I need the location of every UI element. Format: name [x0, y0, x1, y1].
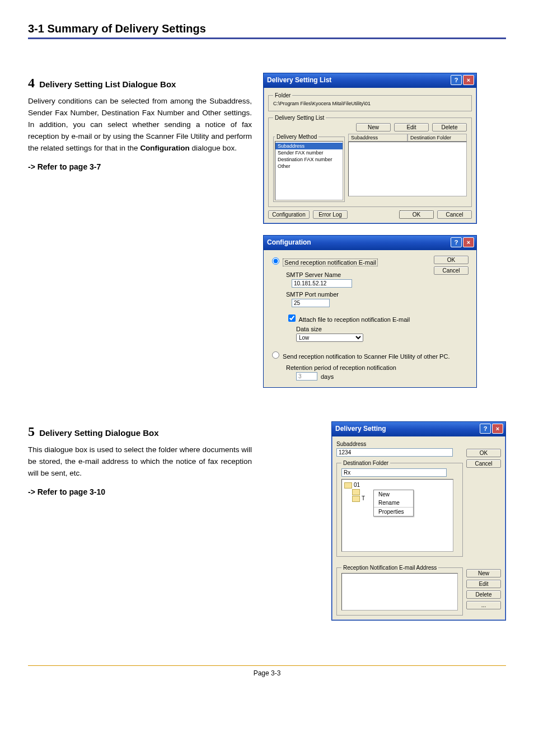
dialog1-title: Delivery Setting List — [267, 76, 331, 84]
smtp-server-input[interactable] — [292, 279, 352, 288]
retention-input — [296, 372, 317, 381]
delivery-setting-dialog: Delivery Setting ? × Subaddress Destinat… — [331, 421, 506, 621]
retention-unit: days — [321, 373, 334, 380]
new-button[interactable]: New — [356, 123, 391, 132]
section4-paragraph: Delivery conditions can be selected from… — [28, 96, 252, 154]
section5-reference: -> Refer to page 3-10 — [28, 486, 252, 499]
delivery-method-list[interactable]: Subaddress Sender FAX number Destination… — [275, 141, 343, 200]
section4-number: 4 — [28, 76, 35, 90]
ctx-new[interactable]: New — [374, 490, 413, 499]
close-icon[interactable]: × — [463, 237, 474, 247]
destination-folder-input[interactable] — [341, 468, 447, 477]
dialog3-title: Delivery Setting — [335, 425, 386, 433]
data-size-label: Data size — [296, 326, 434, 332]
delivery-grid[interactable] — [348, 142, 467, 196]
ctx-rename[interactable]: Rename — [374, 499, 413, 507]
delivery-list-legend: Delivery Setting List — [273, 115, 326, 121]
folder-tree[interactable]: 01 T New Rename Properties — [341, 479, 453, 552]
delete-button[interactable]: Delete — [466, 590, 501, 599]
context-menu[interactable]: New Rename Properties — [373, 490, 414, 516]
configuration-dialog: Configuration ? × Send reception notific… — [263, 235, 477, 388]
dialog2-title: Configuration — [267, 238, 311, 246]
close-icon[interactable]: × — [492, 424, 503, 434]
page-footer: Page 3-3 — [28, 665, 506, 677]
ctx-properties[interactable]: Properties — [374, 507, 413, 516]
folder-icon — [352, 496, 360, 502]
section5-title: Delivery Setting Dialogue Box — [39, 428, 158, 438]
smtp-server-label: SMTP Server Name — [286, 271, 434, 278]
tree-item[interactable]: 01 — [344, 482, 451, 489]
section5-paragraph: This dialogue box is used to select the … — [28, 444, 252, 480]
smtp-port-input[interactable] — [292, 299, 330, 307]
delivery-method-fieldset: Delivery Method Subaddress Sender FAX nu… — [273, 134, 345, 202]
folder-icon — [344, 482, 352, 489]
email-address-fieldset: Reception Notification E-mail Address — [336, 565, 463, 616]
destination-folder-legend: Destination Folder — [341, 460, 390, 466]
section4-heading: 4 Delivery Setting List Dialogue Box — [28, 73, 252, 93]
ok-button[interactable]: OK — [399, 210, 434, 219]
delete-button[interactable]: Delete — [432, 123, 467, 132]
radio-email[interactable]: Send reception notification E-mail — [269, 259, 378, 266]
email-address-legend: Reception Notification E-mail Address — [341, 565, 438, 571]
section5-heading: 5 Delivery Setting Dialogue Box — [28, 421, 252, 442]
edit-button[interactable]: Edit — [466, 580, 501, 588]
subaddress-label: Subaddress — [336, 441, 463, 447]
list-item[interactable]: Subaddress — [275, 143, 343, 149]
folder-path: C:\Program Files\Kyocera Mita\FileUtilit… — [273, 101, 467, 106]
radio-email-input[interactable] — [272, 257, 279, 265]
list-item[interactable]: Other — [275, 163, 343, 170]
email-listbox[interactable] — [341, 573, 458, 611]
section-4: 4 Delivery Setting List Dialogue Box Del… — [28, 73, 506, 399]
section4-reference: -> Refer to page 3-7 — [28, 161, 252, 173]
data-size-select[interactable]: Low — [296, 334, 363, 342]
radio-sfu[interactable]: Send reception notification to Scanner F… — [269, 353, 449, 360]
edit-button[interactable]: Edit — [394, 123, 429, 132]
attach-checkbox-label[interactable]: Attach file to reception notification E-… — [286, 316, 410, 323]
subaddress-input[interactable] — [336, 448, 453, 457]
destination-folder-fieldset: Destination Folder 01 T New Rename Prope… — [336, 460, 463, 557]
cancel-button[interactable]: Cancel — [466, 459, 501, 468]
page-title: 3-1 Summary of Delivery Settings — [28, 22, 506, 39]
ok-button[interactable]: OK — [466, 449, 501, 457]
retention-label: Retention period of reception notificati… — [286, 364, 471, 371]
help-icon[interactable]: ? — [480, 424, 491, 434]
delivery-list-fieldset: Delivery Setting List New Edit Delete De… — [268, 115, 472, 207]
close-icon[interactable]: × — [463, 75, 474, 85]
section4-title: Delivery Setting List Dialogue Box — [39, 79, 176, 89]
help-icon[interactable]: ? — [451, 75, 462, 85]
section5-number: 5 — [28, 424, 35, 439]
radio-sfu-input[interactable] — [272, 351, 279, 359]
folder-fieldset: Folder C:\Program Files\Kyocera Mita\Fil… — [268, 92, 472, 111]
delivery-method-legend: Delivery Method — [275, 134, 318, 140]
section-5: 5 Delivery Setting Dialogue Box This dia… — [28, 421, 506, 632]
cancel-button[interactable]: Cancel — [434, 266, 469, 275]
attach-checkbox[interactable] — [288, 314, 296, 322]
configuration-button[interactable]: Configuration — [268, 210, 310, 219]
list-item[interactable]: Sender FAX number — [275, 149, 343, 156]
ok-button[interactable]: OK — [434, 256, 469, 264]
col-destination[interactable]: Destination Folder — [407, 134, 467, 142]
col-subaddress[interactable]: Subaddress — [348, 134, 407, 142]
smtp-port-label: SMTP Port number — [286, 291, 434, 298]
new-button[interactable]: New — [466, 569, 501, 577]
error-log-button[interactable]: Error Log — [313, 210, 348, 219]
more-button[interactable]: ... — [466, 601, 501, 609]
list-item[interactable]: Destination FAX number — [275, 156, 343, 163]
delivery-setting-list-dialog: Delivery Setting List ? × Folder C:\Prog… — [263, 73, 477, 224]
folder-icon — [352, 489, 360, 495]
folder-legend: Folder — [273, 92, 292, 98]
help-icon[interactable]: ? — [451, 237, 462, 247]
cancel-button[interactable]: Cancel — [437, 210, 472, 219]
